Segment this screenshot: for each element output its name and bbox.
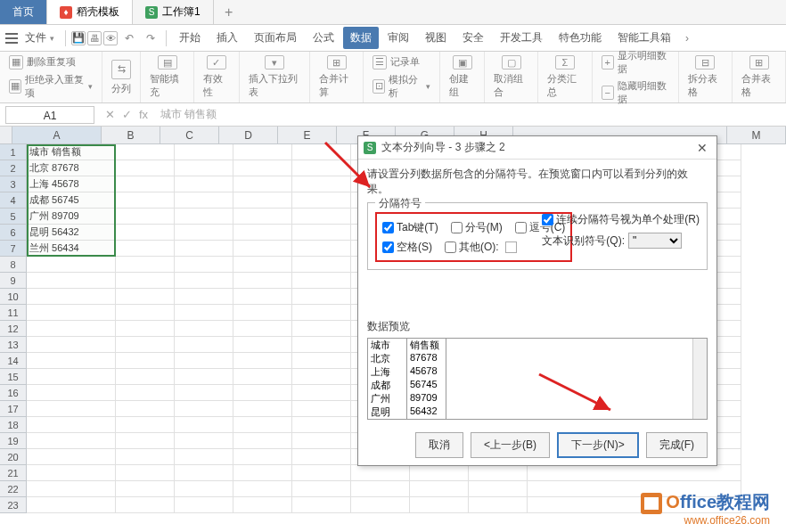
cell[interactable] xyxy=(233,241,292,257)
cell[interactable] xyxy=(116,449,175,465)
cell[interactable] xyxy=(233,369,292,385)
cell[interactable] xyxy=(292,225,351,241)
show-detail[interactable]: +显示明细数据 xyxy=(602,49,669,76)
row-header[interactable]: 19 xyxy=(0,433,27,449)
chk-consecutive-input[interactable] xyxy=(542,214,553,225)
cell[interactable] xyxy=(116,257,175,273)
hide-detail[interactable]: −隐藏明细数据 xyxy=(602,79,669,106)
cell[interactable] xyxy=(175,481,233,497)
cell[interactable] xyxy=(233,225,292,241)
ungroup[interactable]: ▢取消组合 xyxy=(485,52,538,102)
row-header[interactable]: 10 xyxy=(0,289,27,305)
cell[interactable] xyxy=(233,337,292,353)
name-box[interactable]: A1 xyxy=(5,106,94,124)
cell[interactable] xyxy=(292,337,351,353)
row-header[interactable]: 20 xyxy=(0,449,27,465)
cell[interactable] xyxy=(116,160,175,176)
row-header[interactable]: 16 xyxy=(0,385,27,401)
cell[interactable]: 城市 销售额 xyxy=(27,144,116,160)
menu-special[interactable]: 特色功能 xyxy=(552,27,609,49)
cell[interactable] xyxy=(175,369,233,385)
cell[interactable] xyxy=(116,192,175,209)
cell[interactable]: 上海 45678 xyxy=(27,176,116,192)
row-header[interactable]: 9 xyxy=(0,273,27,289)
consolidate[interactable]: ⊞合并计算 xyxy=(310,52,364,102)
cell[interactable] xyxy=(351,481,410,497)
col-header[interactable]: E xyxy=(278,127,337,144)
cell[interactable] xyxy=(116,305,175,321)
cell[interactable] xyxy=(292,160,351,176)
cell[interactable] xyxy=(175,449,233,465)
row-header[interactable]: 2 xyxy=(0,160,27,176)
cell[interactable] xyxy=(175,353,233,369)
cell[interactable] xyxy=(116,481,175,497)
cell[interactable] xyxy=(175,144,233,160)
row-header[interactable]: 1 xyxy=(0,144,27,160)
cell[interactable] xyxy=(175,257,233,273)
cell[interactable] xyxy=(175,401,233,417)
col-header[interactable]: B xyxy=(102,127,160,144)
cell[interactable] xyxy=(233,433,292,449)
cell[interactable] xyxy=(410,465,469,481)
cell[interactable] xyxy=(175,209,233,225)
cell[interactable] xyxy=(292,192,351,209)
dialog-titlebar[interactable]: S 文本分列向导 - 3 步骤之 2 ✕ xyxy=(358,136,716,160)
cell[interactable] xyxy=(116,144,175,160)
cell[interactable] xyxy=(233,176,292,192)
menu-review[interactable]: 审阅 xyxy=(381,27,416,49)
cell[interactable] xyxy=(27,385,116,401)
split-table[interactable]: ⊟拆分表格 xyxy=(679,52,733,102)
cell[interactable] xyxy=(116,273,175,289)
chk-space[interactable]: 空格(S) xyxy=(382,240,432,255)
cell[interactable] xyxy=(233,481,292,497)
cell[interactable] xyxy=(233,289,292,305)
chk-semicolon[interactable]: 分号(M) xyxy=(451,220,503,235)
cell[interactable] xyxy=(233,192,292,209)
cell[interactable] xyxy=(27,289,116,305)
cell[interactable]: 兰州 56434 xyxy=(27,241,116,257)
row-header[interactable]: 15 xyxy=(0,369,27,385)
finish-button[interactable]: 完成(F) xyxy=(646,432,708,458)
menu-data[interactable]: 数据 xyxy=(343,27,379,49)
menu-pagelayout[interactable]: 页面布局 xyxy=(247,27,304,49)
cell[interactable] xyxy=(292,241,351,257)
row-header[interactable]: 11 xyxy=(0,305,27,321)
chk-other-input[interactable] xyxy=(445,241,456,253)
row-header[interactable]: 6 xyxy=(0,225,27,241)
cell[interactable] xyxy=(27,449,116,465)
cell[interactable] xyxy=(27,337,116,353)
cell[interactable] xyxy=(292,385,351,401)
cell[interactable] xyxy=(27,401,116,417)
cell[interactable] xyxy=(116,369,175,385)
row-header[interactable]: 18 xyxy=(0,417,27,433)
cell[interactable] xyxy=(116,289,175,305)
cell[interactable] xyxy=(292,417,351,433)
row-header[interactable]: 8 xyxy=(0,257,27,273)
cell[interactable] xyxy=(175,305,233,321)
cell[interactable] xyxy=(233,417,292,433)
cell[interactable] xyxy=(116,225,175,241)
cell[interactable] xyxy=(292,401,351,417)
chk-other[interactable]: 其他(O): xyxy=(445,240,517,255)
formula-input[interactable]: 城市 销售额 xyxy=(153,107,786,122)
cell[interactable] xyxy=(233,305,292,321)
next-button[interactable]: 下一步(N)> xyxy=(557,432,639,458)
cell[interactable] xyxy=(116,417,175,433)
cell[interactable] xyxy=(27,257,116,273)
chk-tab-input[interactable] xyxy=(382,222,394,233)
reject-dup[interactable]: ▦拒绝录入重复项▾ xyxy=(9,73,93,100)
row-header[interactable]: 14 xyxy=(0,353,27,369)
cell[interactable] xyxy=(292,369,351,385)
cell[interactable] xyxy=(175,385,233,401)
cell[interactable] xyxy=(292,465,351,481)
cell[interactable] xyxy=(116,337,175,353)
cell[interactable] xyxy=(175,289,233,305)
cell[interactable] xyxy=(175,225,233,241)
row-header[interactable]: 4 xyxy=(0,192,27,209)
cell[interactable] xyxy=(175,337,233,353)
cell[interactable] xyxy=(233,273,292,289)
cell[interactable]: 北京 87678 xyxy=(27,160,116,176)
col-header[interactable]: C xyxy=(160,127,219,144)
row-header[interactable]: 7 xyxy=(0,241,27,257)
cell[interactable] xyxy=(233,353,292,369)
